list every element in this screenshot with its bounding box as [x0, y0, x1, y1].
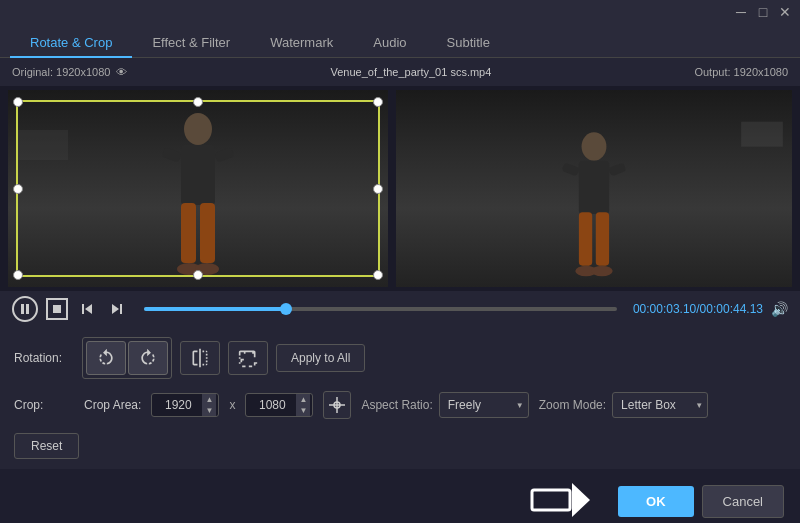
eye-icon[interactable]: 👁 [116, 66, 127, 78]
volume-icon[interactable]: 🔊 [771, 301, 788, 317]
svg-rect-8 [18, 130, 68, 160]
svg-rect-3 [214, 147, 234, 163]
svg-marker-21 [85, 304, 92, 314]
arrow-indicator [530, 483, 590, 520]
dimension-separator: x [229, 398, 235, 412]
svg-rect-17 [741, 122, 783, 147]
arrow-icon [530, 483, 590, 517]
aspect-ratio-select-wrap: Freely 16:9 4:3 1:1 9:16 [439, 392, 529, 418]
zoom-mode-select[interactable]: Letter Box Pan & Scan Full [612, 392, 708, 418]
person-silhouette-left [153, 107, 243, 287]
preview-area [0, 86, 800, 291]
rotation-label: Rotation: [14, 351, 74, 365]
transport-bar: 00:00:03.10/00:00:44.13 🔊 [0, 291, 800, 327]
svg-rect-2 [162, 147, 182, 163]
tab-subtitle[interactable]: Subtitle [427, 29, 510, 58]
svg-rect-19 [26, 304, 29, 314]
aspect-ratio-select[interactable]: Freely 16:9 4:3 1:1 9:16 [439, 392, 529, 418]
zoom-mode-group: Zoom Mode: Letter Box Pan & Scan Full [539, 392, 708, 418]
output-resolution: Output: 1920x1080 [694, 66, 788, 78]
left-preview [8, 90, 388, 287]
next-frame-icon [110, 302, 124, 316]
person-silhouette-right [554, 127, 634, 287]
tab-effect-filter[interactable]: Effect & Filter [132, 29, 250, 58]
ok-button[interactable]: OK [618, 486, 694, 517]
prev-frame-button[interactable] [76, 298, 98, 320]
crop-height-up[interactable]: ▲ [296, 394, 310, 405]
flip-vertical-button[interactable] [228, 341, 268, 375]
crop-height-input-wrap: ▲ ▼ [245, 393, 313, 417]
title-bar: ─ □ ✕ [0, 0, 800, 24]
stop-icon [52, 304, 62, 314]
rotate-left-button[interactable] [86, 341, 126, 375]
crop-height-input[interactable] [248, 398, 296, 412]
rotate-right-button[interactable] [128, 341, 168, 375]
svg-point-16 [591, 266, 612, 277]
close-button[interactable]: ✕ [778, 5, 792, 19]
tab-bar: Rotate & Crop Effect & Filter Watermark … [0, 24, 800, 58]
crop-label: Crop: [14, 398, 74, 412]
info-bar: Original: 1920x1080 👁 Venue_of_the_party… [0, 58, 800, 86]
filename-label: Venue_of_the_party_01 scs.mp4 [127, 66, 694, 78]
flip-v-icon [238, 348, 258, 368]
crop-height-down[interactable]: ▼ [296, 405, 310, 416]
maximize-button[interactable]: □ [756, 5, 770, 19]
svg-marker-23 [112, 304, 119, 314]
svg-rect-18 [21, 304, 24, 314]
svg-rect-13 [579, 212, 592, 265]
crop-area-label: Crop Area: [84, 398, 141, 412]
svg-rect-28 [532, 490, 570, 510]
progress-bar[interactable] [144, 307, 617, 311]
crop-width-input[interactable] [154, 398, 202, 412]
crop-height-spinners: ▲ ▼ [296, 394, 310, 416]
minimize-button[interactable]: ─ [734, 5, 748, 19]
flip-horizontal-button[interactable] [180, 341, 220, 375]
reset-button[interactable]: Reset [14, 433, 79, 459]
bg-decor-right [737, 105, 787, 155]
progress-thumb[interactable] [280, 303, 292, 315]
zoom-mode-label: Zoom Mode: [539, 398, 606, 412]
rotate-right-icon [138, 348, 158, 368]
bottom-bar: OK Cancel [0, 479, 800, 523]
aspect-ratio-group: Aspect Ratio: Freely 16:9 4:3 1:1 9:16 [361, 392, 528, 418]
tab-audio[interactable]: Audio [353, 29, 426, 58]
svg-rect-4 [181, 203, 196, 263]
svg-marker-29 [572, 483, 590, 517]
stop-button[interactable] [46, 298, 68, 320]
center-crop-button[interactable] [323, 391, 351, 419]
progress-fill [144, 307, 286, 311]
time-display: 00:00:03.10/00:00:44.13 [633, 302, 763, 316]
rotation-button-group [82, 337, 172, 379]
apply-to-all-button[interactable]: Apply to All [276, 344, 365, 372]
svg-rect-24 [120, 304, 122, 314]
svg-point-9 [582, 132, 607, 160]
svg-rect-11 [562, 163, 580, 177]
crop-width-spinners: ▲ ▼ [202, 394, 216, 416]
original-resolution: Original: 1920x1080 [12, 66, 110, 78]
zoom-mode-select-wrap: Letter Box Pan & Scan Full [612, 392, 708, 418]
play-pause-button[interactable] [12, 296, 38, 322]
crop-width-down[interactable]: ▼ [202, 405, 216, 416]
svg-point-0 [184, 113, 212, 145]
svg-rect-5 [200, 203, 215, 263]
cancel-button[interactable]: Cancel [702, 485, 784, 518]
svg-rect-14 [596, 212, 609, 265]
svg-rect-1 [181, 145, 215, 205]
tab-rotate-crop[interactable]: Rotate & Crop [10, 29, 132, 58]
svg-rect-20 [53, 305, 61, 313]
crop-width-input-wrap: ▲ ▼ [151, 393, 219, 417]
crosshair-icon [328, 396, 346, 414]
svg-rect-22 [82, 304, 84, 314]
rotation-row: Rotation: Apply to All [14, 337, 786, 379]
controls-area: Rotation: Apply to All [0, 327, 800, 469]
prev-frame-icon [80, 302, 94, 316]
pause-icon [20, 303, 30, 315]
svg-rect-10 [579, 161, 609, 214]
rotate-left-icon [96, 348, 116, 368]
crop-row: Crop: Crop Area: ▲ ▼ x ▲ ▼ Aspect R [14, 391, 786, 419]
right-preview [396, 90, 792, 287]
tab-watermark[interactable]: Watermark [250, 29, 353, 58]
next-frame-button[interactable] [106, 298, 128, 320]
crop-width-up[interactable]: ▲ [202, 394, 216, 405]
bg-decor-left [13, 110, 73, 170]
